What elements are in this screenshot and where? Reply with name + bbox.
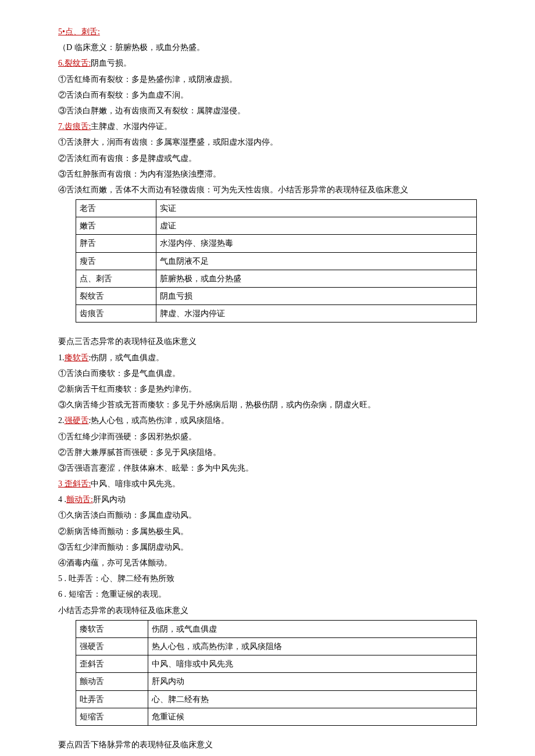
cell: 水湿内停、痰湿热毒: [156, 235, 476, 252]
cell: 虚证: [156, 217, 476, 235]
table-row: 裂纹舌阴血亏损: [76, 288, 477, 305]
section6-line3: ③舌淡白胖嫩，边有齿痕而又有裂纹：属脾虚湿侵。: [58, 103, 477, 118]
cell: 脾虚、水湿内停证: [156, 305, 476, 323]
cell: 热人心包，或高热伤津，或风痰阻络: [148, 637, 477, 655]
p3s1-suffix: :伤阴，或气血俱虚。: [89, 353, 165, 362]
summary2: 小结舌态异常的表现特征及临床意义: [58, 603, 477, 618]
section7-line1: ①舌淡胖大，润而有齿痕：多属寒湿壅盛，或阳虚水湿内停。: [58, 135, 477, 149]
p3s4-term: 颤动舌:: [66, 495, 93, 504]
table-row: 短缩舌危重证候: [76, 708, 477, 725]
p3s3-suffix: 中风、喑痱或中风先兆。: [91, 479, 180, 488]
cell: 肝风内动: [148, 673, 477, 690]
section7-suffix: 主脾虚、水湿内停证。: [91, 122, 172, 131]
p3s1-title: 1.痿软舌:伤阴，或气血俱虚。: [58, 350, 477, 365]
cell: 点、刺舌: [76, 270, 156, 287]
table-row: 强硬舌热人心包，或高热伤津，或风痰阻络: [76, 637, 477, 655]
p3s4-line1: ①久病舌淡白而颤动：多属血虚动风。: [58, 508, 477, 522]
section7-line3: ③舌红肿胀而有齿痕：为内有湿热痰浊壅滞。: [58, 167, 477, 181]
p3s4-line3: ③舌红少津而颤动：多属阴虚动风。: [58, 540, 477, 554]
table-row: 颤动舌肝风内动: [76, 673, 477, 690]
cell: 颤动舌: [76, 673, 148, 690]
p3s4-suffix: 肝风内动: [93, 495, 126, 504]
cell: 吐弄舌: [76, 690, 148, 708]
p3s3-term: 3 歪斜舌:: [58, 479, 91, 488]
p3s4-title: 4 .颤动舌:肝风内动: [58, 492, 477, 507]
p3s4-line4: ④酒毒内蕴，亦可见舌体颤动。: [58, 556, 477, 570]
section6-line1: ①舌红绛而有裂纹：多是热盛伤津，或阴液虚损。: [58, 72, 477, 87]
cell: 胖舌: [76, 235, 156, 252]
table-row: 瘦舌气血阴液不足: [76, 252, 477, 270]
table-tongue-shape: 老舌实证 嫩舌虚证 胖舌水湿内停、痰湿热毒 瘦舌气血阴液不足 点、刺舌脏腑热极，…: [76, 199, 477, 323]
table-row: 胖舌水湿内停、痰湿热毒: [76, 235, 477, 252]
cell: 痿软舌: [76, 620, 148, 637]
p3s2-line1: ①舌红绛少津而强硬：多因邪热炽盛。: [58, 429, 477, 444]
p3s2-suffix: :热人心包，或高热伤津，或风痰阻络。: [89, 416, 230, 425]
section5-title: 5•点、刺舌:: [58, 24, 477, 39]
cell: 心、脾二经有热: [148, 690, 477, 708]
cell: 老舌: [76, 200, 156, 217]
section6-line2: ②舌淡白而有裂纹：多为血虚不润。: [58, 88, 477, 102]
cell: 嫩舌: [76, 217, 156, 235]
section6-title-text: 6.裂纹舌:: [58, 59, 91, 67]
section6-suffix: 阴血亏损。: [91, 59, 131, 67]
cell: 短缩舌: [76, 708, 148, 725]
p3s3-title: 3 歪斜舌:中风、喑痱或中风先兆。: [58, 476, 477, 491]
table-row: 吐弄舌心、脾二经有热: [76, 690, 477, 708]
p3s1-line1: ①舌淡白而痿软：多是气血俱虚。: [58, 366, 477, 381]
cell: 伤阴，或气血俱虚: [148, 620, 477, 637]
table-row: 嫩舌虚证: [76, 217, 477, 235]
p3s1-term: 痿软舌: [65, 353, 89, 362]
section7-title: 7.齿痕舌:主脾虚、水湿内停证。: [58, 119, 477, 134]
section5-title-text: 5•点、刺舌:: [58, 27, 100, 36]
cell: 危重证候: [148, 708, 477, 725]
section7-line2: ②舌淡红而有齿痕：多是脾虚或气虚。: [58, 151, 477, 166]
section7-title-text: 7.齿痕舌:: [58, 122, 91, 131]
cell: 阴血亏损: [156, 288, 476, 305]
table-tongue-state: 痿软舌伤阴，或气血俱虚 强硬舌热人心包，或高热伤津，或风痰阻络 歪斜舌中风、喑痱…: [76, 620, 477, 726]
cell: 裂纹舌: [76, 288, 156, 305]
cell: 齿痕舌: [76, 305, 156, 323]
table-row: 齿痕舌脾虚、水湿内停证: [76, 305, 477, 323]
p3s5: 5 . 吐弄舌：心、脾二经有热所致: [58, 571, 477, 586]
p3s2-title: 2.强硬舌:热人心包，或高热伤津，或风痰阻络。: [58, 413, 477, 428]
cell: 气血阴液不足: [156, 252, 476, 270]
p3s2-line3: ③舌强语言蹇涩，伴肢体麻木、眩晕：多为中风先兆。: [58, 461, 477, 475]
table-row: 痿软舌伤阴，或气血俱虚: [76, 620, 477, 637]
p3s2-prefix: 2.: [58, 416, 65, 425]
section5-line1: （D 临床意义：脏腑热极，或血分热盛。: [58, 40, 477, 55]
p3s4-prefix: 4 .: [58, 495, 66, 504]
p3s1-prefix: 1.: [58, 353, 65, 362]
point3-title: 要点三舌态异常的表现特征及临床意义: [58, 334, 477, 349]
table-row: 点、刺舌脏腑热极，或血分热盛: [76, 270, 477, 287]
table-row: 老舌实证: [76, 200, 477, 217]
cell: 瘦舌: [76, 252, 156, 270]
p3s4-line2: ②新病舌绛而颤动：多属热极生风。: [58, 524, 477, 539]
p3s2-line2: ②舌胖大兼厚腻苔而强硬：多见于风痰阻络。: [58, 445, 477, 460]
cell: 实证: [156, 200, 476, 217]
cell: 脏腑热极，或血分热盛: [156, 270, 476, 287]
p3s2-term: 强硬舌: [65, 416, 89, 425]
table-row: 歪斜舌中风、喑痱或中风先兆: [76, 655, 477, 673]
cell: 强硬舌: [76, 637, 148, 655]
p3s1-line2: ②新病舌干红而痿软：多是热灼津伤。: [58, 382, 477, 396]
p3s1-line3: ③久病舌绛少苔或无苔而痿软：多见于外感病后期，热极伤阴，或内伤杂病，阴虚火旺。: [58, 397, 477, 412]
p3s6: 6 . 短缩舌：危重证候的表现。: [58, 587, 477, 601]
point4-title: 要点四舌下络脉异常的表现特征及临床意义: [58, 737, 477, 752]
cell: 中风、喑痱或中风先兆: [148, 655, 477, 673]
section7-line4: ④舌淡红而嫩，舌体不大而边有轻微齿痕：可为先天性齿痕。小结舌形异常的表现特征及临…: [58, 182, 477, 197]
cell: 歪斜舌: [76, 655, 148, 673]
section6-title: 6.裂纹舌:阴血亏损。: [58, 56, 477, 70]
